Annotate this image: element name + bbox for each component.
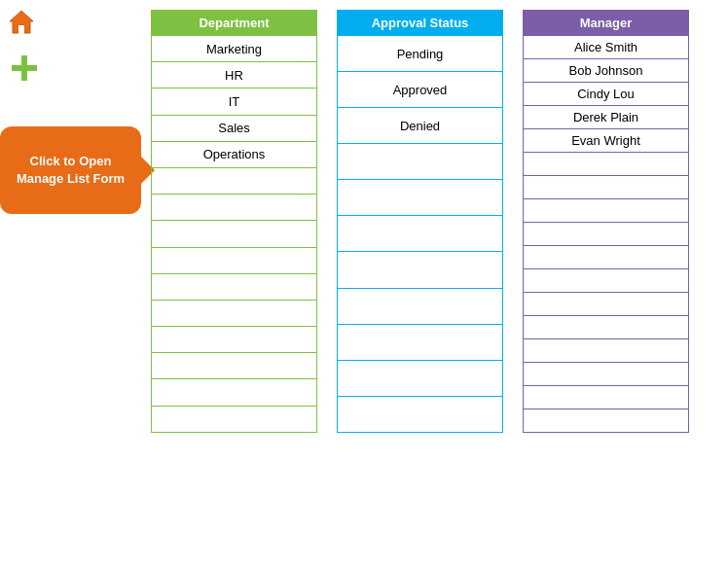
table-row <box>152 406 317 432</box>
table-row <box>152 353 317 379</box>
table-row <box>152 327 317 353</box>
department-table: Department MarketingHRITSalesOperations <box>151 10 317 433</box>
table-row <box>338 144 503 180</box>
table-row <box>152 300 317 326</box>
table-row <box>338 180 503 216</box>
table-row: Alice Smith <box>524 36 689 59</box>
table-row <box>338 360 503 396</box>
table-row: Evan Wright <box>524 129 689 153</box>
table-row <box>524 386 689 409</box>
table-row <box>524 269 689 293</box>
manager-table: Manager Alice SmithBob JohnsonCindy LouD… <box>523 10 689 433</box>
manage-list-button[interactable]: Click to Open Manage List Form <box>0 126 141 214</box>
home-icon[interactable] <box>8 8 35 35</box>
table-row <box>524 199 689 223</box>
table-row: Bob Johnson <box>524 59 689 83</box>
table-row <box>524 409 689 433</box>
approval-header: Approval Status <box>338 11 503 36</box>
table-row: Operations <box>152 141 317 167</box>
table-row <box>152 221 317 247</box>
table-row <box>524 293 689 316</box>
table-row <box>524 363 689 386</box>
svg-rect-3 <box>12 65 37 71</box>
svg-rect-1 <box>18 25 24 33</box>
tables-area: Department MarketingHRITSalesOperations … <box>151 10 689 433</box>
plus-icon-wrap <box>10 53 39 83</box>
table-row <box>152 379 317 406</box>
table-row <box>524 223 689 246</box>
add-icon[interactable] <box>10 53 39 83</box>
table-row <box>338 324 503 360</box>
table-row: IT <box>152 89 317 115</box>
table-row: Marketing <box>152 36 317 62</box>
table-row <box>338 252 503 288</box>
table-row <box>524 246 689 269</box>
table-row: Derek Plain <box>524 106 689 129</box>
table-row: Cindy Lou <box>524 83 689 106</box>
department-header: Department <box>152 11 317 36</box>
table-row <box>152 273 317 300</box>
table-row <box>152 195 317 221</box>
table-row <box>524 339 689 363</box>
table-row: Approved <box>338 72 503 108</box>
table-row <box>152 167 317 194</box>
home-icon-wrap <box>8 8 35 35</box>
table-row <box>524 176 689 199</box>
table-row: HR <box>152 62 317 89</box>
table-row <box>338 288 503 324</box>
table-row <box>338 216 503 252</box>
table-row <box>338 396 503 432</box>
table-row: Sales <box>152 115 317 141</box>
table-row <box>524 153 689 176</box>
approval-table: Approval Status PendingApprovedDenied <box>337 10 503 433</box>
table-row: Pending <box>338 36 503 72</box>
table-row <box>152 247 317 273</box>
table-row: Denied <box>338 108 503 144</box>
manager-header: Manager <box>524 11 689 36</box>
table-row <box>524 316 689 339</box>
